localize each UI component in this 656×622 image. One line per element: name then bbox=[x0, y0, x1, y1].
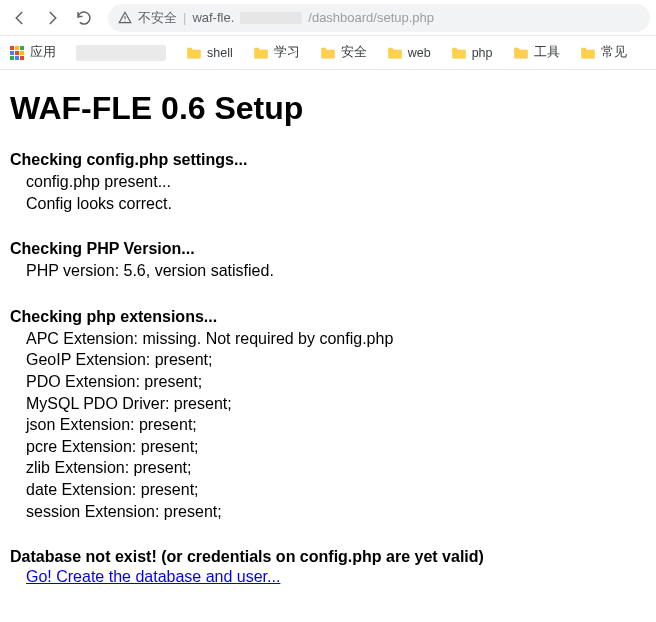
output-line: Config looks correct. bbox=[26, 193, 646, 215]
output-line: MySQL PDO Driver: present; bbox=[26, 393, 646, 415]
reload-button[interactable] bbox=[70, 4, 98, 32]
bookmark-folder[interactable]: php bbox=[451, 44, 493, 61]
bookmark-folder[interactable]: web bbox=[387, 44, 431, 61]
reload-icon bbox=[75, 9, 93, 27]
page-content: WAF-FLE 0.6 Setup Checking config.php se… bbox=[0, 70, 656, 606]
output-line: date Extension: present; bbox=[26, 479, 646, 501]
bookmark-label: 安全 bbox=[341, 44, 367, 61]
bookmark-redacted bbox=[76, 45, 166, 61]
bookmark-label: php bbox=[472, 46, 493, 60]
bookmark-folder[interactable]: 工具 bbox=[513, 44, 560, 61]
bookmark-folder[interactable]: 学习 bbox=[253, 44, 300, 61]
section-title: Checking PHP Version... bbox=[10, 240, 646, 258]
bookmark-label: 常见 bbox=[601, 44, 627, 61]
apps-icon bbox=[10, 46, 24, 60]
security-label: 不安全 bbox=[138, 9, 177, 27]
db-error-title: Database not exist! (or credentials on c… bbox=[10, 548, 646, 566]
output-line: APC Extension: missing. Not required by … bbox=[26, 328, 646, 350]
create-db-link[interactable]: Go! Create the database and user... bbox=[26, 568, 280, 585]
output-line: session Extension: present; bbox=[26, 501, 646, 523]
output-line: PDO Extension: present; bbox=[26, 371, 646, 393]
bookmarks-bar: 应用 shell学习安全webphp工具常见 bbox=[0, 36, 656, 70]
folder-icon bbox=[451, 46, 467, 59]
address-bar[interactable]: 不安全 | waf-fle./dashboard/setup.php bbox=[108, 4, 650, 32]
browser-toolbar: 不安全 | waf-fle./dashboard/setup.php bbox=[0, 0, 656, 36]
output-line: zlib Extension: present; bbox=[26, 457, 646, 479]
bookmark-label: shell bbox=[207, 46, 233, 60]
not-secure-icon bbox=[118, 11, 132, 25]
output-line: PHP version: 5.6, version satisfied. bbox=[26, 260, 646, 282]
bookmark-label: web bbox=[408, 46, 431, 60]
output-line: config.php present... bbox=[26, 171, 646, 193]
page-title: WAF-FLE 0.6 Setup bbox=[10, 90, 646, 127]
bookmark-label: 学习 bbox=[274, 44, 300, 61]
arrow-right-icon bbox=[43, 9, 61, 27]
folder-icon bbox=[513, 46, 529, 59]
folder-icon bbox=[580, 46, 596, 59]
url-path: /dashboard/setup.php bbox=[308, 10, 434, 25]
apps-button[interactable]: 应用 bbox=[10, 44, 56, 61]
address-separator: | bbox=[183, 10, 186, 25]
output-line: json Extension: present; bbox=[26, 414, 646, 436]
bookmark-label: 工具 bbox=[534, 44, 560, 61]
url-redacted bbox=[240, 12, 302, 24]
apps-label: 应用 bbox=[30, 44, 56, 61]
folder-icon bbox=[387, 46, 403, 59]
output-line: pcre Extension: present; bbox=[26, 436, 646, 458]
section-title: Checking php extensions... bbox=[10, 308, 646, 326]
bookmark-folder[interactable]: shell bbox=[186, 44, 233, 61]
arrow-left-icon bbox=[11, 9, 29, 27]
bookmark-folder[interactable]: 安全 bbox=[320, 44, 367, 61]
section-title: Checking config.php settings... bbox=[10, 151, 646, 169]
folder-icon bbox=[320, 46, 336, 59]
back-button[interactable] bbox=[6, 4, 34, 32]
bookmark-folder[interactable]: 常见 bbox=[580, 44, 627, 61]
forward-button[interactable] bbox=[38, 4, 66, 32]
folder-icon bbox=[253, 46, 269, 59]
folder-icon bbox=[186, 46, 202, 59]
url-host-prefix: waf-fle. bbox=[192, 10, 234, 25]
output-line: GeoIP Extension: present; bbox=[26, 349, 646, 371]
